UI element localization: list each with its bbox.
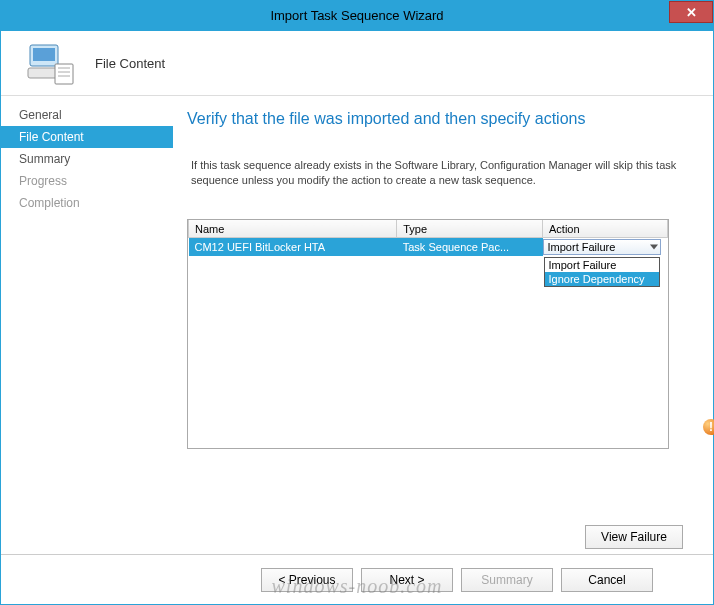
previous-button[interactable]: < Previous: [261, 568, 353, 592]
cell-action: Import Failure Import Failure Ignore Dep…: [543, 238, 668, 256]
col-header-name[interactable]: Name: [189, 220, 397, 238]
cancel-button[interactable]: Cancel: [561, 568, 653, 592]
task-table: Name Type Action CM12 UEFI BitLocker HTA…: [188, 220, 668, 256]
action-combobox[interactable]: Import Failure Import Failure Ignore Dep…: [543, 239, 661, 255]
sidebar-step-general[interactable]: General: [1, 104, 173, 126]
action-option-import-failure[interactable]: Import Failure: [545, 258, 659, 272]
svg-rect-3: [55, 64, 73, 84]
col-header-type[interactable]: Type: [397, 220, 543, 238]
warning-icon[interactable]: !: [703, 419, 714, 435]
banner-heading: File Content: [95, 56, 165, 71]
sidebar: General File Content Summary Progress Co…: [1, 96, 173, 554]
action-dropdown: Import Failure Ignore Dependency: [544, 257, 660, 287]
col-header-action[interactable]: Action: [543, 220, 668, 238]
svg-rect-1: [33, 48, 55, 61]
close-icon: ✕: [686, 5, 697, 20]
body: General File Content Summary Progress Co…: [1, 96, 713, 554]
action-option-ignore-dependency[interactable]: Ignore Dependency: [545, 272, 659, 286]
view-failure-button[interactable]: View Failure: [585, 525, 683, 549]
cell-name: CM12 UEFI BitLocker HTA: [189, 238, 397, 256]
sidebar-step-file-content[interactable]: File Content: [1, 126, 173, 148]
sidebar-step-completion: Completion: [1, 192, 173, 214]
main-panel: Verify that the file was imported and th…: [173, 96, 713, 554]
cell-type: Task Sequence Pac...: [397, 238, 543, 256]
close-button[interactable]: ✕: [669, 1, 713, 23]
sidebar-step-progress: Progress: [1, 170, 173, 192]
window-title: Import Task Sequence Wizard: [270, 8, 443, 23]
wizard-window: Import Task Sequence Wizard ✕ File Conte…: [0, 0, 714, 605]
banner-icon: [25, 41, 75, 86]
summary-button: Summary: [461, 568, 553, 592]
sidebar-step-summary[interactable]: Summary: [1, 148, 173, 170]
next-button[interactable]: Next >: [361, 568, 453, 592]
instruction-text: If this task sequence already exists in …: [187, 158, 683, 189]
banner: File Content: [1, 31, 713, 96]
table-row[interactable]: CM12 UEFI BitLocker HTA Task Sequence Pa…: [189, 238, 668, 256]
action-selected-text: Import Failure: [544, 240, 660, 254]
title-bar: Import Task Sequence Wizard ✕: [1, 1, 713, 31]
page-title: Verify that the file was imported and th…: [187, 110, 683, 128]
footer: < Previous Next > Summary Cancel: [1, 554, 713, 604]
chevron-down-icon: [650, 245, 658, 250]
task-table-wrap: Name Type Action CM12 UEFI BitLocker HTA…: [187, 219, 669, 449]
